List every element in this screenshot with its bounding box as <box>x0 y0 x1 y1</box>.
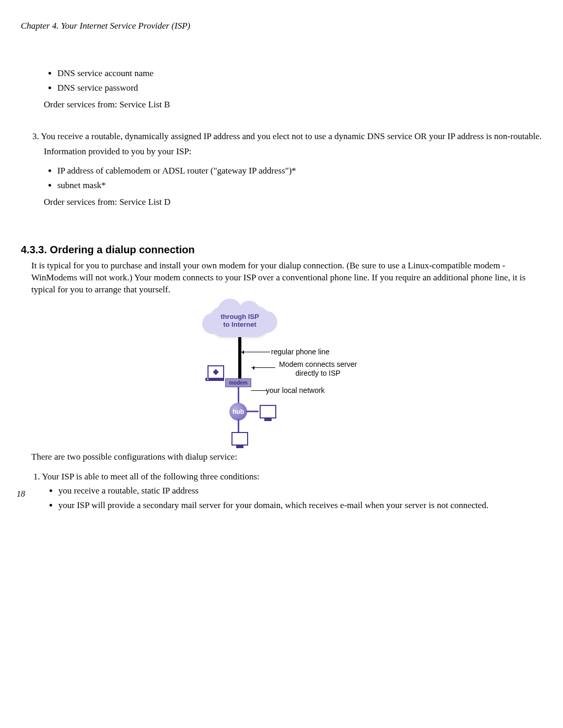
top-bullet-list: DNS service account name DNS service pas… <box>44 68 542 94</box>
info-line: Information provided to you by your ISP: <box>44 146 542 158</box>
label-phone-line: regular phone line <box>271 348 349 356</box>
trunk-line <box>238 337 241 380</box>
cloud-label: through ISPto Internet <box>209 313 271 328</box>
connector-line <box>238 419 239 432</box>
server-base-icon <box>205 378 224 381</box>
connector-line <box>246 411 259 412</box>
modem-icon: modem <box>225 378 251 387</box>
callout-line-phone <box>241 352 270 352</box>
item3-bullets: IP address of cablemodem or ADSL router … <box>44 165 542 192</box>
label-local-network: your local network <box>266 386 349 394</box>
section-heading: 4.3.3. Ordering a dialup connection <box>21 244 542 256</box>
label-modem-desc: Modem connects serverdirectly to ISP <box>271 360 365 377</box>
pc-icon <box>260 405 276 418</box>
list-item: DNS service password <box>57 82 542 94</box>
item-number: 3. <box>32 131 39 141</box>
server-icon <box>207 365 224 379</box>
item-number: 1. <box>33 472 40 482</box>
list-item: your ISP will provide a secondary mail s… <box>58 500 542 512</box>
page-number: 18 <box>17 489 25 499</box>
list-item: IP address of cablemodem or ADSL router … <box>57 165 542 177</box>
list-item: subnet mask* <box>57 180 542 192</box>
numbered-item-3: 3. You receive a routable, dynamically a… <box>32 131 542 207</box>
item-lead-text: Your ISP is able to meet all of the foll… <box>42 472 259 482</box>
callout-line-local <box>251 390 267 391</box>
pc-icon <box>231 432 248 446</box>
item1b-bullets: you receive a routable, static IP addres… <box>45 485 542 512</box>
numbered-item-1: 1. Your ISP is able to meet all of the f… <box>33 472 542 512</box>
dialup-diagram: through ISPto Internet regular phone lin… <box>193 301 370 447</box>
running-header: Chapter 4. Your Internet Service Provide… <box>21 21 542 31</box>
post-figure-text: There are two possible configurations wi… <box>31 452 542 462</box>
section-paragraph: It is typical for you to purchase and in… <box>31 260 542 296</box>
item-lead-text: You receive a routable, dynamically assi… <box>41 131 542 141</box>
order-line-d: Order services from: Service List D <box>44 197 542 207</box>
connector-line <box>238 387 239 404</box>
list-item: DNS service account name <box>57 68 542 80</box>
list-item: you receive a routable, static IP addres… <box>58 485 542 497</box>
hub-icon: hub <box>229 403 247 421</box>
order-line-b: Order services from: Service List B <box>44 100 542 110</box>
